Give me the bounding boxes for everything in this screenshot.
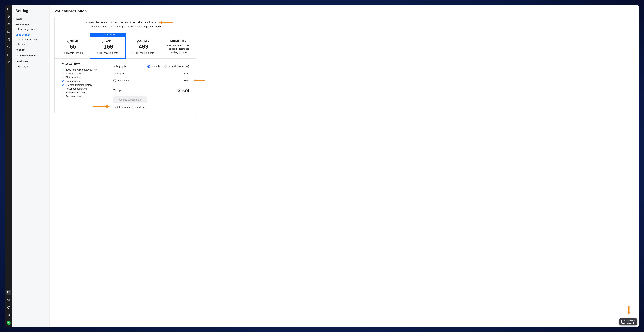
- features-title: WHAT YOU HAVE:: [62, 63, 110, 65]
- next-charge-text: . Your next charge of: [107, 21, 130, 24]
- feature-item: Unlimited training history: [62, 83, 110, 87]
- remaining-value: 4992: [156, 25, 161, 28]
- billing-cycle-label: Billing cycle: [114, 65, 126, 68]
- chat-widget-line2: support: [627, 322, 634, 324]
- total-label: Total price: [114, 89, 124, 92]
- annotation-arrow-icon: [193, 79, 206, 83]
- check-icon: [62, 72, 64, 75]
- help-icon[interactable]: ?: [114, 79, 116, 82]
- plan-name: BUSINESS: [125, 39, 160, 42]
- feature-item: 5 active chatbots: [62, 72, 110, 75]
- plans-grid: . STARTER $65 1 000 chats / month CURREN…: [55, 33, 196, 58]
- feature-item: All integrations: [62, 75, 110, 79]
- icon-rail: A: [5, 5, 12, 327]
- svg-rect-4: [8, 46, 10, 47]
- plan-business[interactable]: . BUSINESS $499 25 000 chats / month: [125, 33, 161, 58]
- chart-icon[interactable]: [6, 52, 11, 57]
- avatar[interactable]: A: [7, 321, 10, 325]
- plan-desc: Individual contract with included custom…: [161, 44, 196, 54]
- feature-list: 5000 free valid chats/mo? 5 active chatb…: [62, 68, 110, 98]
- sidebar-item-invoices[interactable]: Invoices: [16, 42, 46, 46]
- check-icon: [62, 88, 64, 90]
- plan-starter[interactable]: . STARTER $65 1 000 chats / month: [55, 33, 90, 58]
- svg-rect-0: [8, 8, 10, 10]
- update-subscription-button[interactable]: Update subscription: [114, 96, 146, 103]
- update-credit-card-link[interactable]: Update your credit card details: [114, 106, 146, 108]
- plan-chats: 5 000 chats / month: [90, 52, 125, 54]
- sidebar: Settings Team Bot settings User segments…: [12, 5, 50, 327]
- radio-icon: [148, 65, 150, 68]
- sidebar-title: Settings: [16, 9, 46, 13]
- remaining-label: Remaining chats in the package for the c…: [90, 25, 156, 28]
- total-value: $169: [178, 87, 189, 93]
- check-icon: [62, 69, 64, 71]
- billing-icon[interactable]: [6, 290, 11, 295]
- feature-item: Data security: [62, 79, 110, 83]
- page-title: Your subscription: [54, 9, 634, 13]
- radio-icon: [164, 65, 167, 68]
- sidebar-item-user-segments[interactable]: User segments: [16, 27, 46, 31]
- sidebar-group-developers[interactable]: Developers: [16, 59, 46, 64]
- billing-monthly-radio[interactable]: Monthly: [148, 65, 160, 68]
- check-icon: [62, 91, 64, 94]
- database-icon[interactable]: [6, 37, 11, 42]
- card-header: Current plan: Team. Your next charge of …: [55, 17, 196, 33]
- sidebar-group-account[interactable]: Account: [16, 47, 46, 52]
- sidebar-group-team[interactable]: Team: [16, 16, 46, 21]
- svg-point-3: [8, 38, 10, 39]
- svg-rect-13: [8, 291, 10, 293]
- extra-chats-value: 0 chats: [181, 79, 189, 82]
- help-icon[interactable]: ?: [94, 69, 97, 71]
- chat-with-support-widget[interactable]: Chat with support: [620, 318, 637, 326]
- sidebar-item-your-subscription[interactable]: Your subscription: [16, 37, 46, 42]
- next-charge-amount: $169: [130, 21, 135, 24]
- subscription-card: Current plan: Team. Your next charge of …: [54, 16, 196, 114]
- feature-item: Button actions: [62, 94, 110, 98]
- billing-cycle-radio-group: Monthly Annual (save 15%): [148, 65, 189, 68]
- check-icon: [62, 95, 64, 98]
- details-section: WHAT YOU HAVE: 5000 free valid chats/mo?…: [55, 58, 196, 114]
- chat-widget-line1: Chat with: [627, 320, 635, 322]
- due-text: is due on: [135, 21, 146, 24]
- plan-price: $499: [125, 43, 160, 50]
- plan-price: $65: [55, 43, 90, 50]
- help-icon[interactable]: [6, 305, 11, 310]
- feature-item: Advanced reporting: [62, 87, 110, 91]
- sidebar-group-bot-settings[interactable]: Bot settings: [16, 22, 46, 27]
- billing-annual-radio[interactable]: Annual (save 15%): [164, 65, 189, 68]
- feature-item: Team collaboration: [62, 91, 110, 94]
- plug-icon[interactable]: [6, 60, 11, 65]
- sidebar-group-data-management[interactable]: Data management: [16, 53, 46, 58]
- svg-line-12: [8, 63, 8, 63]
- features-column: WHAT YOU HAVE: 5000 free valid chats/mo?…: [62, 63, 110, 108]
- education-icon[interactable]: [6, 297, 11, 302]
- chat-icon[interactable]: [6, 6, 11, 12]
- plan-chats: 1 000 chats / month: [55, 52, 90, 54]
- check-icon: [62, 84, 64, 86]
- main-content: Your subscription Current plan: Team. Yo…: [50, 5, 639, 327]
- current-plan-badge: CURRENT PLAN: [90, 33, 125, 37]
- app-window: A Settings Team Bot settings User segmen…: [5, 5, 639, 327]
- message-icon[interactable]: [6, 29, 11, 34]
- sidebar-item-api-keys[interactable]: API keys: [16, 64, 46, 68]
- svg-point-2: [9, 23, 10, 24]
- extra-chats-label: Extra chats: [118, 79, 130, 82]
- check-icon: [62, 76, 64, 79]
- plan-name: TEAM: [90, 39, 125, 42]
- bell-icon[interactable]: [6, 312, 11, 318]
- plan-chats: 25 000 chats / month: [125, 52, 160, 54]
- sidebar-group-subscription[interactable]: Subscription: [16, 32, 46, 37]
- check-icon: [62, 80, 64, 82]
- plan-enterprise[interactable]: . ENTERPRISE Individual contract with in…: [161, 33, 196, 58]
- feature-item: 5000 free valid chats/mo?: [62, 68, 110, 72]
- bolt-icon[interactable]: [6, 14, 11, 19]
- svg-point-1: [8, 23, 9, 24]
- chat-bubble-icon: [621, 320, 625, 324]
- plan-name: STARTER: [55, 39, 90, 42]
- archive-icon[interactable]: [6, 44, 11, 50]
- due-date: Jul 17, 9:52 AM: [146, 21, 164, 24]
- plan-row-label: Team plan: [114, 72, 125, 75]
- plan-team[interactable]: CURRENT PLAN TEAM $169 5 000 chats / mon…: [90, 33, 126, 58]
- plan-name: ENTERPRISE: [161, 39, 196, 42]
- users-icon[interactable]: [6, 22, 11, 27]
